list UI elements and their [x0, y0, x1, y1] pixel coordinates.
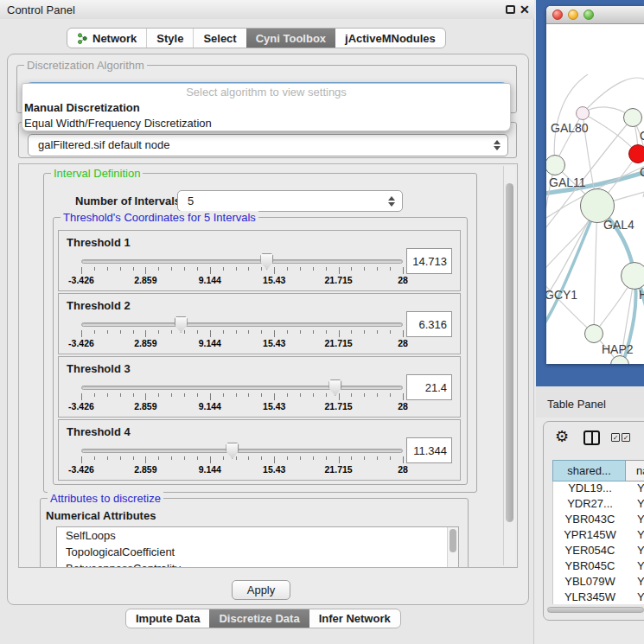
node-label-gal4: GAL4	[603, 218, 634, 232]
slider-tick-labels: -3.4262.8599.14415.4321.71528	[81, 275, 403, 286]
tick-label: -3.426	[68, 338, 94, 348]
discretization-algorithm-group: Discretization Algorithm Select algorith…	[16, 65, 517, 113]
threshold-panel-3: Threshold 3-3.4262.8599.14415.4321.71528…	[58, 356, 461, 418]
dropdown-hint: Select algorithm to view settings	[22, 85, 510, 100]
cyni-toolbox-panel: Discretization Algorithm Select algorith…	[7, 54, 529, 605]
table-panel-bar: Table Panel	[536, 386, 644, 418]
attributes-scrollbar[interactable]	[447, 527, 458, 568]
vertical-scrollbar[interactable]	[503, 166, 515, 565]
float-window-icon[interactable]	[506, 5, 515, 14]
zoom-traffic-light[interactable]	[583, 10, 594, 20]
group-title: Threshold's Coordinates for 5 Intervals	[61, 211, 258, 224]
table-data-value: galFiltered.sif default node	[38, 138, 169, 151]
tick-label: 15.43	[263, 401, 285, 411]
settings-scroll-area: Interval Definition Number of Intervals …	[18, 163, 518, 568]
select-columns-icon[interactable]: ✓ ✓	[611, 433, 630, 442]
cell-shared-name: YDL19...	[553, 481, 627, 497]
cell-shared-name: YDR27...	[553, 497, 627, 513]
tab-select[interactable]: Select	[193, 29, 245, 48]
gear-icon[interactable]: ⚙	[555, 427, 569, 446]
threshold-panel-4: Threshold 4-3.4262.8599.14415.4321.71528…	[58, 419, 461, 481]
column-header-name[interactable]: name	[626, 460, 644, 481]
minimize-traffic-light[interactable]	[568, 10, 578, 20]
columns-icon[interactable]	[583, 430, 600, 445]
number-of-intervals-label: Number of Intervals	[75, 194, 181, 207]
table-row[interactable]: YBR045CYBR0...	[553, 559, 644, 575]
cell-name: YBR0...	[627, 559, 644, 575]
threshold-value-field[interactable]: 11.344	[406, 437, 452, 463]
node-label-gal80: GAL80	[551, 121, 589, 135]
threshold-slider-track[interactable]	[81, 322, 403, 327]
tick-label: 2.859	[134, 401, 156, 411]
threshold-value-field[interactable]: 6.316	[406, 311, 452, 337]
network-window-frame: GAL80GACGAL11GAL4GCY1HHAP2	[536, 0, 644, 386]
checkbox-icon: ✓	[611, 433, 620, 442]
algorithm-options: Manual DiscretizationEqual Width/Frequen…	[22, 100, 510, 131]
node-table: shared... name YDL19...YDL1...YDR27...YD…	[552, 460, 644, 604]
slider-tick-labels: -3.4262.8599.14415.4321.71528	[81, 338, 403, 349]
table-row[interactable]: YER054CYER0...	[553, 544, 644, 559]
column-header-shared-name[interactable]: shared...	[552, 460, 626, 481]
algorithm-option-equal-width-frequency-discretization[interactable]: Equal Width/Frequency Discretization	[22, 116, 510, 131]
network-node[interactable]	[621, 262, 644, 290]
scrollbar-thumb[interactable]	[506, 183, 513, 522]
attributes-group: Attributes to discretize Numerical Attri…	[40, 498, 469, 568]
cell-shared-name: YBL079W	[553, 575, 627, 590]
threshold-value-field[interactable]: 21.4	[406, 374, 452, 400]
tab-discretize-data[interactable]: Discretize Data	[209, 609, 309, 628]
tick-label: 9.144	[199, 275, 221, 285]
tick-label: 21.715	[325, 275, 353, 285]
table-row[interactable]: YLR345WYLR3...	[553, 590, 644, 604]
tab-infer-network[interactable]: Infer Network	[309, 609, 400, 628]
algorithm-option-manual-discretization[interactable]: Manual Discretization	[22, 100, 510, 116]
cell-name: YBL0...	[627, 575, 644, 590]
node-label-c: C	[640, 165, 644, 179]
table-panel: ⚙ ✓ ✓ shared... name YDL19...YDL1...YDR2…	[543, 421, 644, 621]
table-panel-title: Table Panel	[547, 398, 606, 411]
network-canvas[interactable]: GAL80GACGAL11GAL4GCY1HHAP2	[546, 24, 644, 364]
threshold-slider-track[interactable]	[81, 386, 403, 390]
network-node[interactable]	[576, 106, 590, 120]
network-node[interactable]	[584, 324, 603, 343]
table-row[interactable]: YDR27...YDR2...	[553, 497, 644, 513]
horizontal-scrollbar[interactable]	[547, 607, 644, 613]
tab-cyni-toolbox[interactable]: Cyni Toolbox	[246, 29, 335, 48]
apply-button[interactable]: Apply	[232, 580, 290, 600]
slider-ticks	[81, 267, 403, 275]
close-traffic-light[interactable]	[552, 10, 563, 20]
table-row[interactable]: YBL079WYBL0...	[553, 575, 644, 590]
tick-label: 9.144	[199, 401, 221, 411]
cell-name: YER0...	[627, 544, 644, 559]
tab-network[interactable]: Network	[67, 29, 146, 48]
tab-label: jActiveMNodules	[345, 32, 436, 45]
threshold-label: Threshold 3	[67, 362, 131, 375]
tick-label: 28	[398, 464, 408, 475]
tick-label: 28	[398, 401, 408, 411]
table-row[interactable]: YDL19...YDL1...	[553, 481, 644, 497]
checkbox-icon: ✓	[622, 433, 630, 442]
attribute-item-betweennesscentrality[interactable]: BetweennessCentrality	[57, 560, 458, 568]
attribute-item-selfloops[interactable]: SelfLoops	[57, 527, 458, 544]
threshold-slider-track[interactable]	[81, 259, 403, 264]
tab-jactivemnodules[interactable]: jActiveMNodules	[335, 29, 445, 48]
tick-label: 9.144	[199, 338, 221, 348]
network-node[interactable]	[623, 108, 642, 127]
tick-label: 28	[398, 338, 408, 348]
table-rows: YDL19...YDL1...YDR27...YDR2...YBR043CYBR…	[552, 481, 644, 604]
network-node[interactable]	[628, 144, 644, 163]
table-row[interactable]: YPR145WYPR1...	[553, 528, 644, 544]
attribute-item-topologicalcoefficient[interactable]: TopologicalCoefficient	[57, 544, 458, 560]
network-window-titlebar[interactable]	[546, 6, 644, 24]
threshold-label: Threshold 2	[67, 299, 131, 312]
cell-shared-name: YPR145W	[553, 528, 627, 544]
tab-impute-data[interactable]: Impute Data	[126, 609, 209, 628]
slider-ticks	[81, 456, 403, 464]
tab-style[interactable]: Style	[146, 29, 193, 48]
table-data-select[interactable]: galFiltered.sif default node	[28, 134, 508, 156]
threshold-value-field[interactable]: 14.713	[406, 248, 452, 274]
close-icon[interactable]: ✕	[520, 3, 530, 16]
number-of-intervals-select[interactable]: 5	[177, 190, 403, 212]
numerical-attributes-list: SelfLoopsTopologicalCoefficientBetweenne…	[56, 526, 459, 568]
table-row[interactable]: YBR043CYBR0...	[553, 513, 644, 528]
threshold-slider-track[interactable]	[81, 449, 403, 453]
